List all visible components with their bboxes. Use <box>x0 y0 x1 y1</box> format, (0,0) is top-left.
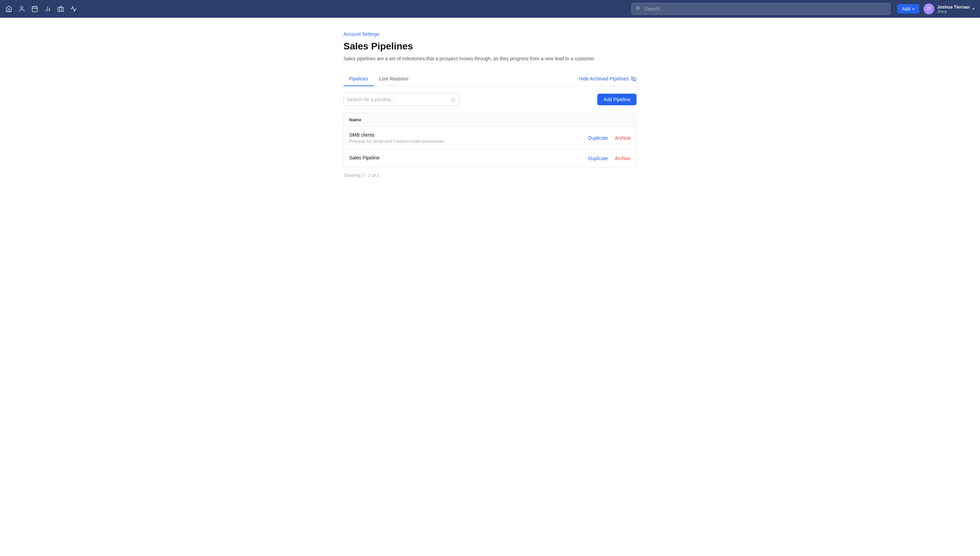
archive-smb-button[interactable]: Archive <box>615 135 631 141</box>
toolbar: Add Pipeline <box>343 93 637 106</box>
global-search-bar[interactable]: 🔍 <box>631 3 890 15</box>
user-info: Joshua Tiernan Jthink <box>937 5 970 14</box>
tab-lost-reasons-label: Lost Reasons <box>379 76 409 81</box>
pipeline-name-sales: Sales Pipeline <box>349 155 588 160</box>
pipeline-desc-smb: Process for small and medium-sized busin… <box>349 139 588 144</box>
pipeline-name-smb: SMB clients <box>349 132 588 137</box>
chart-icon[interactable] <box>44 5 51 12</box>
svg-point-0 <box>21 6 23 9</box>
hide-archived-label: Hide Archived Pipelines <box>579 76 629 81</box>
row-left-sales: Sales Pipeline <box>349 155 588 162</box>
svg-rect-1 <box>32 6 37 11</box>
table-header: Name <box>344 113 636 127</box>
tab-pipelines-label: Pipelines <box>349 76 368 81</box>
archive-sales-button[interactable]: Archive <box>615 156 631 161</box>
svg-line-11 <box>454 101 455 102</box>
global-search-input[interactable] <box>644 6 886 11</box>
avatar-initials: JT <box>927 6 931 11</box>
row-left-smb: SMB clients Process for small and medium… <box>349 132 588 144</box>
hide-archived-button[interactable]: Hide Archived Pipelines <box>579 76 637 86</box>
search-icon: 🔍 <box>636 6 642 11</box>
column-name-label: Name <box>349 117 361 122</box>
svg-rect-8 <box>58 8 64 11</box>
pipeline-search-input[interactable] <box>347 97 448 102</box>
tab-pipelines[interactable]: Pipelines <box>343 73 374 86</box>
briefcase-icon[interactable] <box>57 5 64 12</box>
navbar: 🔍 Add + JT Joshua Tiernan Jthink ▾ <box>0 0 980 18</box>
page-description: Sales pipelines are a set of milestones … <box>343 55 637 62</box>
calendar-icon[interactable] <box>31 5 38 12</box>
user-company: Jthink <box>937 10 970 14</box>
pipeline-search-box[interactable] <box>343 93 459 106</box>
avatar: JT <box>923 3 934 14</box>
add-button[interactable]: Add + <box>897 4 919 14</box>
breadcrumb[interactable]: Account Settings <box>343 31 637 37</box>
nav-icons <box>5 5 624 12</box>
tabs-row: Pipelines Lost Reasons Hide Archived Pip… <box>343 73 637 86</box>
plus-icon: + <box>912 6 915 11</box>
tabs: Pipelines Lost Reasons <box>343 73 414 86</box>
duplicate-sales-button[interactable]: Duplicate <box>588 156 608 161</box>
row-actions-smb: Duplicate Archive <box>588 135 631 141</box>
row-actions-sales: Duplicate Archive <box>588 156 631 161</box>
main-content: Account Settings Sales Pipelines Sales p… <box>337 18 643 191</box>
pipelines-table: Name SMB clients Process for small and m… <box>343 113 637 167</box>
trends-icon[interactable] <box>70 5 77 12</box>
eye-icon <box>631 76 637 82</box>
page-title: Sales Pipelines <box>343 41 637 52</box>
nav-right: Add + JT Joshua Tiernan Jthink ▾ <box>897 3 975 14</box>
pipeline-search-icon <box>451 97 456 102</box>
table-row: Sales Pipeline Duplicate Archive <box>344 150 636 167</box>
person-icon[interactable] <box>18 5 25 12</box>
add-button-label: Add <box>902 6 910 11</box>
duplicate-smb-button[interactable]: Duplicate <box>588 135 608 141</box>
tab-lost-reasons[interactable]: Lost Reasons <box>374 73 414 86</box>
user-menu[interactable]: JT Joshua Tiernan Jthink ▾ <box>923 3 975 14</box>
user-name: Joshua Tiernan <box>937 5 970 10</box>
home-icon[interactable] <box>5 5 12 12</box>
chevron-down-icon: ▾ <box>972 6 975 11</box>
table-row: SMB clients Process for small and medium… <box>344 127 636 150</box>
add-pipeline-button[interactable]: Add Pipeline <box>597 94 637 105</box>
showing-text: Showing 1 - 2 of 2 <box>343 173 637 178</box>
